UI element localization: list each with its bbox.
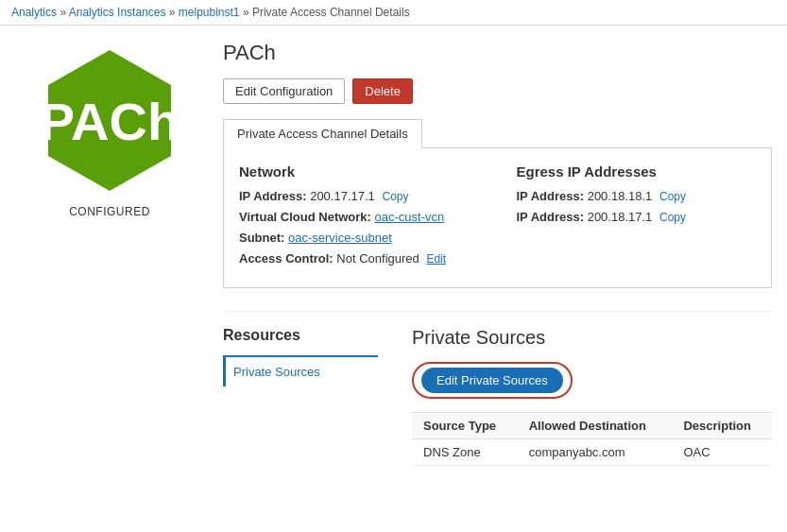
hexagon-wrapper: PACh <box>48 50 171 192</box>
cell-source-type: DNS Zone <box>412 439 518 466</box>
egress-ip-value-1: 200.18.18.1 <box>588 189 653 203</box>
cell-allowed-destination: companyabc.com <box>518 439 673 466</box>
resources-list: Private Sources <box>223 355 378 386</box>
details-section: Network IP Address: 200.17.17.1 Copy Vir… <box>223 148 772 288</box>
egress-copy-link-2[interactable]: Copy <box>659 211 686 224</box>
resources-title: Resources <box>223 327 378 344</box>
private-sources-title: Private Sources <box>412 327 772 349</box>
breadcrumb-instance[interactable]: melpubinst1 <box>179 6 240 19</box>
resources-panel: Resources Private Sources <box>223 327 393 466</box>
ip-address-label: IP Address: <box>239 189 307 203</box>
delete-button[interactable]: Delete <box>352 78 413 104</box>
breadcrumb-analytics-instances[interactable]: Analytics Instances <box>69 6 166 19</box>
action-buttons: Edit Configuration Delete <box>223 78 772 104</box>
col-allowed-destination: Allowed Destination <box>518 413 673 439</box>
vcn-row: Virtual Cloud Network: oac-cust-vcn <box>239 210 479 224</box>
breadcrumb-analytics[interactable]: Analytics <box>11 6 57 19</box>
egress-column: Egress IP Addresses IP Address: 200.18.1… <box>517 163 757 272</box>
breadcrumb: Analytics » Analytics Instances » melpub… <box>0 0 787 26</box>
col-source-type: Source Type <box>412 413 518 439</box>
subnet-link[interactable]: oac-service-subnet <box>288 231 392 245</box>
network-ip-row: IP Address: 200.17.17.1 Copy <box>239 189 479 203</box>
subnet-row: Subnet: oac-service-subnet <box>239 231 479 245</box>
sources-table: Source Type Allowed Destination Descript… <box>412 412 772 466</box>
network-heading: Network <box>239 163 479 180</box>
access-control-value: Not Configured <box>336 251 419 266</box>
table-row: DNS Zone companyabc.com OAC <box>412 439 772 466</box>
breadcrumb-current: Private Access Channel Details <box>252 6 410 19</box>
bottom-section: Resources Private Sources Private Source… <box>223 311 772 466</box>
right-panel: PACh Edit Configuration Delete Private A… <box>204 41 772 466</box>
status-badge: CONFIGURED <box>69 205 150 218</box>
access-control-edit-link[interactable]: Edit <box>426 252 446 266</box>
subnet-label: Subnet: <box>239 231 284 245</box>
tab-bar: Private Access Channel Details <box>223 119 772 148</box>
tab-private-access-channel-details[interactable]: Private Access Channel Details <box>223 119 422 148</box>
page-title: PACh <box>223 41 772 65</box>
vcn-label: Virtual Cloud Network: <box>239 210 371 224</box>
egress-heading: Egress IP Addresses <box>517 163 757 180</box>
egress-copy-link-1[interactable]: Copy <box>659 190 686 203</box>
access-control-label: Access Control: <box>239 251 334 266</box>
egress-ip-row-1: IP Address: 200.18.18.1 Copy <box>517 189 757 203</box>
edit-private-sources-wrapper: Edit Private Sources <box>412 362 573 399</box>
ip-address-val: 200.17.17.1 <box>310 189 375 203</box>
vcn-link[interactable]: oac-cust-vcn <box>375 210 445 224</box>
resource-item-private-sources[interactable]: Private Sources <box>223 357 378 386</box>
access-control-row: Access Control: Not Configured Edit <box>239 251 479 266</box>
network-column: Network IP Address: 200.17.17.1 Copy Vir… <box>239 163 479 272</box>
edit-private-sources-button[interactable]: Edit Private Sources <box>421 368 563 393</box>
egress-ip-label-1: IP Address: <box>517 189 585 203</box>
cell-description: OAC <box>672 439 772 466</box>
hexagon-letter: PACh <box>40 90 180 151</box>
left-panel: PACh CONFIGURED <box>15 41 204 466</box>
private-sources-panel: Private Sources Edit Private Sources Sou… <box>393 327 772 466</box>
ip-copy-link[interactable]: Copy <box>382 190 408 203</box>
hexagon-icon: PACh <box>48 85 171 156</box>
egress-ip-value-2: 200.18.17.1 <box>588 210 653 224</box>
egress-ip-label-2: IP Address: <box>517 210 585 224</box>
col-description: Description <box>672 413 772 439</box>
edit-configuration-button[interactable]: Edit Configuration <box>223 78 345 104</box>
table-header-row: Source Type Allowed Destination Descript… <box>412 413 772 439</box>
egress-ip-row-2: IP Address: 200.18.17.1 Copy <box>517 210 757 224</box>
